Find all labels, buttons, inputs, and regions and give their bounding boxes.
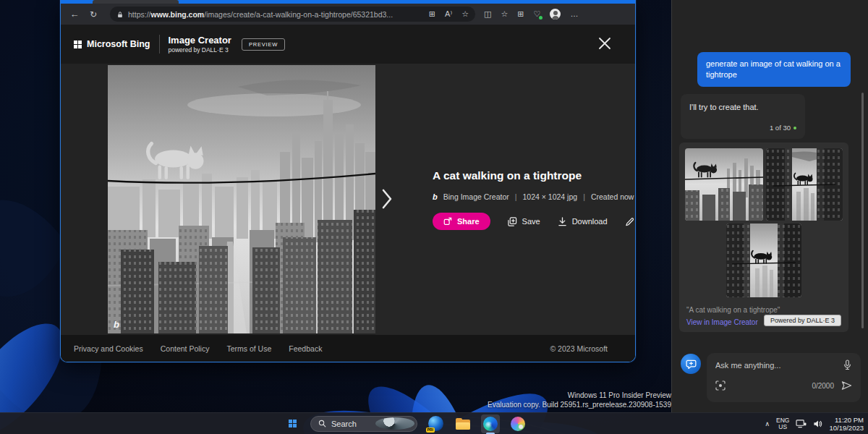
dalle-badge: Powered by DALL·E 3 — [764, 315, 841, 326]
image-creator-page: Microsoft Bing Image Creator powered by … — [61, 25, 635, 362]
favorite-star-icon[interactable]: ☆ — [461, 10, 469, 18]
image-metadata: b Bing Image Creator | 1024 × 1024 jpg |… — [433, 192, 635, 201]
search-daily-image — [375, 417, 414, 430]
browser-window: ← ↻ https://www.bing.com/images/create/a… — [60, 0, 636, 362]
save-icon — [508, 217, 517, 226]
preview-badge: PREVIEW — [242, 38, 285, 51]
footer-link-privacy[interactable]: Privacy and Cookies — [74, 344, 143, 353]
taskbar-edge-active[interactable] — [481, 414, 500, 433]
taskbar: Search PRI ∧ ENG US — [0, 412, 868, 434]
image-thumbnail-3[interactable] — [726, 224, 801, 297]
windows-build-watermark: Windows 11 Pro Insider Preview Evaluatio… — [488, 391, 671, 409]
generated-images-card: "A cat walking on a tightrope" View in I… — [679, 142, 848, 332]
app-title: Image Creator — [169, 35, 231, 45]
footer-copyright: © 2023 Microsoft — [550, 344, 622, 353]
image-thumbnail-1[interactable] — [685, 148, 763, 221]
browser-toolbar: ← ↻ https://www.bing.com/images/create/a… — [61, 4, 635, 25]
image-title: A cat walking on a tightrope — [433, 169, 635, 182]
browser-essentials-icon[interactable]: ♡ — [534, 10, 541, 18]
microsoft-logo-icon — [74, 41, 82, 48]
start-button[interactable] — [283, 414, 302, 433]
user-chat-bubble: generate an image of cat walking on a ti… — [697, 52, 851, 87]
new-topic-button[interactable] — [681, 354, 701, 374]
taskbar-search[interactable]: Search — [310, 416, 417, 432]
app-subtitle: powered by DALL·E 3 — [169, 46, 231, 54]
image-creator-link[interactable]: View in Image Creator — [686, 318, 758, 326]
paint-icon — [511, 417, 525, 431]
send-icon[interactable] — [841, 380, 852, 391]
share-icon — [443, 217, 452, 226]
url-text: https://www.bing.com/images/create/a-cat… — [128, 10, 425, 19]
read-aloud-icon[interactable]: A⁾ — [445, 10, 452, 18]
edge-preview-icon: PRI — [428, 416, 443, 431]
copilot-sidebar: generate an image of cat walking on a ti… — [671, 0, 868, 412]
char-counter: 0/2000 — [812, 382, 834, 390]
bot-message: I'll try to create that. — [689, 102, 796, 112]
close-icon[interactable] — [597, 36, 612, 51]
image-source: Bing Image Creator — [443, 192, 509, 201]
customize-pencil-icon — [625, 217, 634, 226]
edge-icon — [483, 417, 498, 431]
footer-link-content-policy[interactable]: Content Policy — [161, 344, 210, 353]
clock[interactable]: 11:20 PM 10/19/2023 — [829, 416, 864, 432]
footer-link-terms[interactable]: Terms of Use — [226, 344, 271, 353]
tray-date: 10/19/2023 — [829, 424, 864, 432]
image-viewer: b A cat walking on a tightrope b Bing Im… — [61, 64, 635, 335]
result-counter: 1 of 30 — [770, 123, 791, 133]
settings-more-icon[interactable]: … — [570, 10, 578, 18]
taskbar-file-explorer[interactable] — [454, 414, 472, 433]
brand-title: Microsoft Bing — [87, 39, 150, 49]
bot-chat-bubble: I'll try to create that. 1 of 30 — [681, 94, 805, 139]
visual-search-icon[interactable] — [715, 380, 726, 391]
search-label: Search — [331, 420, 370, 428]
image-created: Created now — [591, 192, 634, 201]
next-image-chevron-icon[interactable] — [381, 188, 393, 210]
active-tab[interactable] — [93, 0, 179, 4]
collections-icon[interactable]: ⊞ — [517, 10, 524, 18]
customize-button[interactable]: Customize — [625, 217, 635, 226]
address-bar[interactable]: https://www.bing.com/images/create/a-cat… — [110, 7, 475, 22]
generated-image: b — [108, 65, 375, 333]
footer-link-feedback[interactable]: Feedback — [289, 344, 322, 353]
search-icon — [318, 420, 326, 427]
save-button[interactable]: Save — [508, 217, 540, 226]
favorites-icon[interactable]: ☆ — [501, 10, 508, 18]
taskbar-edge-preview[interactable]: PRI — [426, 414, 445, 433]
bing-b-icon: b — [433, 192, 438, 201]
image-creator-header: Microsoft Bing Image Creator powered by … — [61, 25, 635, 64]
workspaces-icon[interactable]: ⊞ — [429, 10, 435, 18]
download-icon — [558, 217, 567, 226]
refresh-icon[interactable]: ↻ — [87, 10, 100, 19]
windows-logo-icon — [289, 420, 297, 427]
volume-icon[interactable] — [813, 420, 822, 428]
sidebar-scrollbar[interactable] — [861, 93, 864, 328]
language-indicator[interactable]: ENG US — [776, 417, 789, 430]
edge-preview-badge: PRI — [426, 427, 435, 433]
essentials-status-dot — [539, 16, 542, 20]
split-screen-icon[interactable]: ◫ — [484, 10, 491, 18]
microphone-icon[interactable] — [843, 359, 852, 370]
download-button[interactable]: Download — [558, 217, 608, 226]
share-button[interactable]: Share — [433, 213, 490, 230]
tray-time: 11:20 PM — [829, 416, 864, 424]
image-details-panel: A cat walking on a tightrope b Bing Imag… — [375, 64, 635, 335]
images-caption: "A cat walking on a tightrope" — [686, 306, 780, 314]
image-thumbnail-2[interactable] — [766, 148, 843, 221]
counter-status-dot — [793, 127, 796, 129]
image-size: 1024 × 1024 jpg — [523, 192, 578, 201]
chat-input-card: 0/2000 — [707, 353, 861, 402]
desktop: ← ↻ https://www.bing.com/images/create/a… — [0, 0, 868, 434]
lock-icon — [116, 10, 124, 19]
header-divider — [159, 35, 160, 54]
ask-input[interactable] — [715, 361, 843, 370]
new-topic-chat-icon — [686, 359, 697, 370]
bing-watermark: b — [114, 319, 119, 330]
file-explorer-icon — [456, 418, 470, 430]
tray-chevron-icon[interactable]: ∧ — [765, 420, 770, 427]
network-icon[interactable] — [796, 420, 807, 428]
back-icon[interactable]: ← — [68, 9, 81, 19]
tab-strip[interactable] — [61, 0, 635, 4]
taskbar-paint[interactable] — [509, 414, 527, 433]
profile-avatar[interactable] — [550, 9, 561, 20]
page-footer: Privacy and Cookies Content Policy Terms… — [61, 335, 635, 362]
